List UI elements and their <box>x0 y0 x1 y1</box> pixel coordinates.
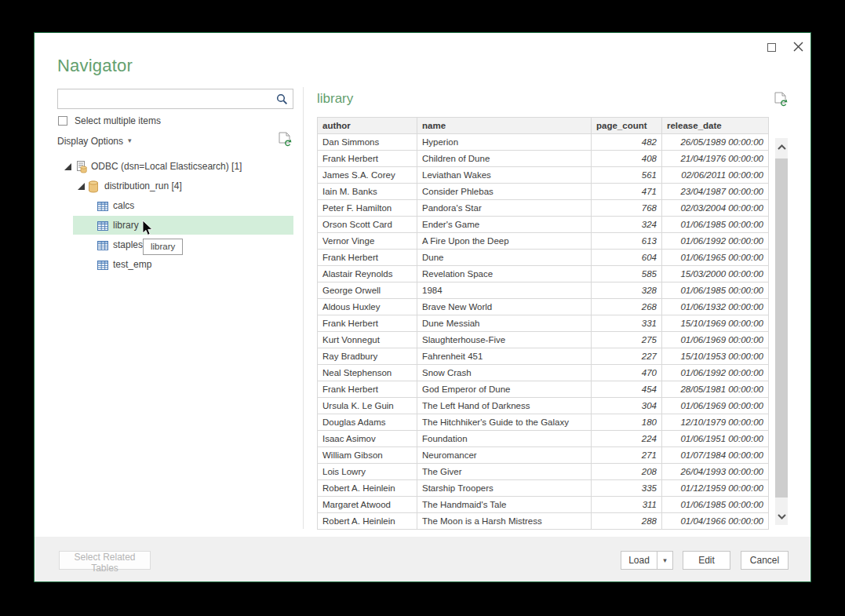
cell-page_count: 585 <box>592 266 662 282</box>
load-button[interactable]: Load <box>621 551 657 570</box>
table-row: George Orwell198432801/06/1985 00:00:00 <box>318 282 769 299</box>
close-button[interactable] <box>786 36 810 56</box>
tree-item-distribution-run[interactable]: distribution_run [4] <box>35 177 303 196</box>
tree-item-odbc-source[interactable]: ODBC (dsn=Local Elasticsearch) [1] <box>35 157 303 177</box>
tree-item-label: staples <box>113 235 143 255</box>
tree-item-calcs[interactable]: calcs <box>35 196 303 216</box>
tree-item-library[interactable]: library <box>35 216 303 235</box>
column-header-name: name <box>417 118 592 134</box>
cell-release_date: 02/03/2004 00:00:00 <box>662 200 769 217</box>
table-icon <box>97 200 109 213</box>
cancel-button[interactable]: Cancel <box>741 551 789 570</box>
cell-release_date: 26/04/1993 00:00:00 <box>662 464 769 480</box>
table-row: Aldous HuxleyBrave New World26801/06/193… <box>318 299 769 315</box>
table-header-row: author name page_count release_date <box>318 118 769 134</box>
table-row: Frank HerbertGod Emperor of Dune45428/05… <box>318 381 769 398</box>
cell-page_count: 311 <box>592 497 662 513</box>
refresh-source-button[interactable] <box>277 132 293 148</box>
cell-author: Aldous Huxley <box>318 299 417 315</box>
table-row: Margaret AtwoodThe Handmaid's Tale31101/… <box>318 497 769 513</box>
table-row: Ursula K. Le GuinThe Left Hand of Darkne… <box>318 398 769 414</box>
scrollbar-thumb[interactable] <box>775 159 788 498</box>
select-related-tables-button[interactable]: Select Related Tables <box>59 551 151 570</box>
cell-release_date: 01/06/1969 00:00:00 <box>662 332 769 348</box>
cell-release_date: 12/10/1979 00:00:00 <box>662 414 769 431</box>
expand-collapse-icon[interactable] <box>64 163 71 170</box>
refresh-icon <box>279 132 292 147</box>
column-header-release-date: release_date <box>662 118 769 134</box>
cell-page_count: 208 <box>592 464 662 480</box>
expand-collapse-icon[interactable] <box>78 183 85 190</box>
search-icon[interactable] <box>276 93 288 105</box>
cell-name: The Giver <box>417 464 592 480</box>
table-row: Douglas AdamsThe Hitchhiker's Guide to t… <box>318 414 769 431</box>
cell-author: Margaret Atwood <box>318 497 417 513</box>
cell-release_date: 01/06/1951 00:00:00 <box>662 431 769 447</box>
cell-name: The Left Hand of Darkness <box>417 398 592 414</box>
table-row: Kurt VonnegutSlaughterhouse-Five27501/06… <box>318 332 769 348</box>
navigator-dialog: Navigator Select multiple items Display … <box>34 32 811 582</box>
cell-author: Ray Bradbury <box>318 348 417 365</box>
tree-item-test-emp[interactable]: test_emp <box>35 255 303 275</box>
cell-page_count: 224 <box>592 431 662 447</box>
cell-name: The Hitchhiker's Guide to the Galaxy <box>417 414 592 431</box>
cell-name: 1984 <box>417 282 592 299</box>
cell-name: A Fire Upon the Deep <box>417 233 592 250</box>
cell-name: Dune <box>417 250 592 266</box>
tree-item-label: calcs <box>113 196 134 216</box>
cell-author: James S.A. Corey <box>318 167 417 184</box>
display-options-dropdown[interactable]: Display Options▾ <box>57 134 132 148</box>
cell-page_count: 331 <box>592 315 662 332</box>
cell-name: Slaughterhouse-Five <box>417 332 592 348</box>
cell-author: Kurt Vonnegut <box>318 332 417 348</box>
tree-item-label: ODBC (dsn=Local Elasticsearch) [1] <box>91 157 242 177</box>
table-row: Neal StephensonSnow Crash47001/06/1992 0… <box>318 365 769 381</box>
cell-name: Hyperion <box>417 134 592 151</box>
display-options-label: Display Options <box>57 136 123 147</box>
maximize-icon <box>767 43 776 52</box>
cell-page_count: 561 <box>592 167 662 184</box>
maximize-button[interactable] <box>760 38 782 56</box>
table-row: Alastair ReynoldsRevelation Space58515/0… <box>318 266 769 282</box>
tree-item-label: test_emp <box>113 255 151 275</box>
scroll-down-button[interactable] <box>775 508 788 525</box>
cell-release_date: 21/04/1976 00:00:00 <box>662 151 769 167</box>
search-input[interactable] <box>58 89 271 108</box>
search-box <box>57 89 293 109</box>
cell-name: Neuromancer <box>417 447 592 464</box>
cell-release_date: 01/06/1985 00:00:00 <box>662 497 769 513</box>
cell-author: Ursula K. Le Guin <box>318 398 417 414</box>
cell-page_count: 271 <box>592 447 662 464</box>
cell-page_count: 180 <box>592 414 662 431</box>
preview-table-body: Dan SimmonsHyperion48226/05/1989 00:00:0… <box>318 134 769 530</box>
cell-author: Orson Scott Card <box>318 217 417 233</box>
source-tree: ODBC (dsn=Local Elasticsearch) [1] distr… <box>35 157 303 275</box>
edit-button[interactable]: Edit <box>683 551 730 570</box>
cell-page_count: 335 <box>592 480 662 497</box>
database-icon <box>87 180 100 193</box>
cell-name: Children of Dune <box>417 151 592 167</box>
table-row: Frank HerbertChildren of Dune40821/04/19… <box>318 151 769 167</box>
cell-name: Leviathan Wakes <box>417 167 592 184</box>
load-dropdown-button[interactable]: ▾ <box>657 551 673 570</box>
cell-page_count: 328 <box>592 282 662 299</box>
select-multiple-checkbox[interactable] <box>58 116 67 126</box>
cell-author: Neal Stephenson <box>318 365 417 381</box>
cell-release_date: 15/10/1969 00:00:00 <box>662 315 769 332</box>
scroll-up-button[interactable] <box>775 138 788 155</box>
cell-author: Dan Simmons <box>318 134 417 151</box>
refresh-preview-button[interactable] <box>773 92 789 108</box>
cell-author: Iain M. Banks <box>318 184 417 200</box>
select-multiple-row: Select multiple items <box>58 115 161 127</box>
table-row: Orson Scott CardEnder's Game32401/06/198… <box>318 217 769 233</box>
table-row: Isaac AsimovFoundation22401/06/1951 00:0… <box>318 431 769 447</box>
preview-table: author name page_count release_date Dan … <box>317 117 769 530</box>
table-row: Lois LowryThe Giver20826/04/1993 00:00:0… <box>318 464 769 480</box>
cell-author: Frank Herbert <box>318 151 417 167</box>
table-row: Peter F. HamiltonPandora's Star76802/03/… <box>318 200 769 217</box>
pane-divider <box>303 87 304 529</box>
vertical-scrollbar[interactable] <box>775 138 788 525</box>
cell-page_count: 275 <box>592 332 662 348</box>
column-header-page-count: page_count <box>592 118 662 134</box>
cell-author: Vernor Vinge <box>318 233 417 250</box>
